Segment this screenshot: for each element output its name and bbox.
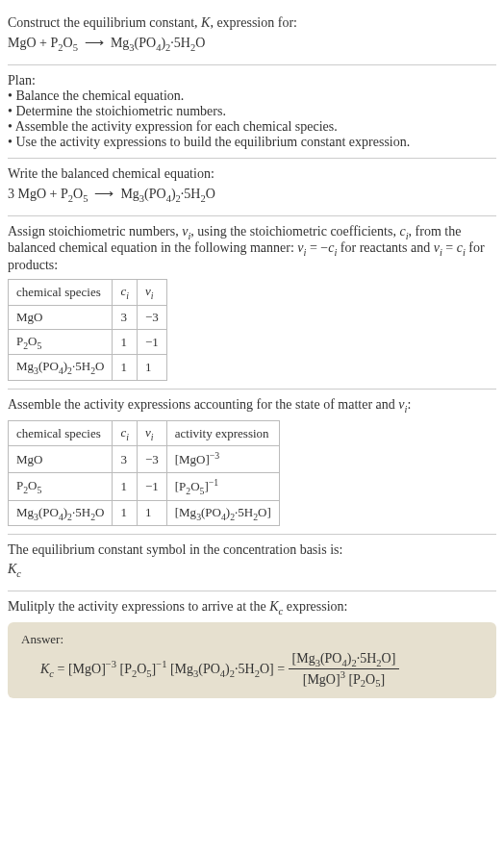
cell: 3 bbox=[113, 446, 138, 472]
activity-table: chemical species ci νi activity expressi… bbox=[8, 420, 280, 526]
table-row: MgO 3 −3 bbox=[9, 305, 167, 329]
cell: −1 bbox=[137, 472, 166, 500]
cell: MgO bbox=[9, 446, 113, 472]
table-header-row: chemical species ci νi bbox=[9, 280, 167, 306]
table-row: P2O5 1 −1 bbox=[9, 329, 167, 355]
balanced-title: Write the balanced chemical equation: bbox=[8, 166, 496, 182]
plan-item: • Use the activity expressions to build … bbox=[8, 135, 496, 150]
cell: 3 bbox=[113, 305, 138, 329]
assign-section: Assign stoichiometric numbers, νi, using… bbox=[8, 216, 496, 390]
col-header: ci bbox=[113, 280, 138, 306]
cell: [Mg3(PO4)2·5H2O] bbox=[166, 500, 279, 526]
col-header: chemical species bbox=[9, 280, 113, 306]
activity-text: Assemble the activity expressions accoun… bbox=[8, 397, 496, 415]
plan-section: Plan: • Balance the chemical equation. •… bbox=[8, 65, 496, 159]
cell: 1 bbox=[113, 500, 138, 526]
col-header: νi bbox=[137, 280, 166, 306]
table-header-row: chemical species ci νi activity expressi… bbox=[9, 420, 280, 446]
cell: 1 bbox=[137, 500, 166, 526]
cell: Mg3(PO4)2·5H2O bbox=[9, 355, 113, 381]
col-header: activity expression bbox=[166, 420, 279, 446]
multiply-section: Mulitply the activity expressions to arr… bbox=[8, 591, 496, 706]
plan-item: • Assemble the activity expression for e… bbox=[8, 119, 496, 135]
plan-item: • Determine the stoichiometric numbers. bbox=[8, 104, 496, 119]
cell: P2O5 bbox=[9, 472, 113, 500]
header-section: Construct the equilibrium constant, K, e… bbox=[8, 8, 496, 65]
answer-fraction: [Mg3(PO4)2·5H2O] [MgO]3 [P2O5] bbox=[289, 651, 400, 689]
activity-section: Assemble the activity expressions accoun… bbox=[8, 390, 496, 535]
cell: −1 bbox=[137, 329, 166, 355]
col-header: νi bbox=[137, 420, 166, 446]
table-row: Mg3(PO4)2·5H2O 1 1 [Mg3(PO4)2·5H2O] bbox=[9, 500, 280, 526]
answer-lhs: Kc = [MgO]−3 [P2O5]−1 [Mg3(PO4)2·5H2O] = bbox=[40, 662, 289, 676]
cell: 1 bbox=[137, 355, 166, 381]
table-row: MgO 3 −3 [MgO]−3 bbox=[9, 446, 280, 472]
cell: −3 bbox=[137, 446, 166, 472]
balanced-section: Write the balanced chemical equation: 3 … bbox=[8, 159, 496, 216]
assign-text: Assign stoichiometric numbers, νi, using… bbox=[8, 224, 496, 274]
plan-title: Plan: bbox=[8, 73, 496, 88]
answer-denominator: [MgO]3 [P2O5] bbox=[289, 669, 400, 689]
header-line1: Construct the equilibrium constant, K, e… bbox=[8, 15, 496, 31]
answer-label: Answer: bbox=[21, 632, 483, 647]
header-equation: MgO + P2O5 ⟶ Mg3(PO4)2·5H2O bbox=[8, 35, 496, 53]
multiply-text: Mulitply the activity expressions to arr… bbox=[8, 599, 496, 616]
cell: [P2O5]−1 bbox=[166, 472, 279, 500]
col-header: ci bbox=[113, 420, 138, 446]
basis-symbol: Kc bbox=[8, 562, 496, 579]
cell: 1 bbox=[113, 355, 138, 381]
answer-expression: Kc = [MgO]−3 [P2O5]−1 [Mg3(PO4)2·5H2O] =… bbox=[21, 651, 483, 689]
basis-text: The equilibrium constant symbol in the c… bbox=[8, 542, 496, 558]
col-header: chemical species bbox=[9, 420, 113, 446]
answer-numerator: [Mg3(PO4)2·5H2O] bbox=[289, 651, 400, 669]
cell: 1 bbox=[113, 472, 138, 500]
cell: Mg3(PO4)2·5H2O bbox=[9, 500, 113, 526]
table-row: Mg3(PO4)2·5H2O 1 1 bbox=[9, 355, 167, 381]
basis-section: The equilibrium constant symbol in the c… bbox=[8, 535, 496, 591]
answer-box: Answer: Kc = [MgO]−3 [P2O5]−1 [Mg3(PO4)2… bbox=[8, 622, 496, 698]
cell: 1 bbox=[113, 329, 138, 355]
assign-table: chemical species ci νi MgO 3 −3 P2O5 1 −… bbox=[8, 279, 167, 381]
table-row: P2O5 1 −1 [P2O5]−1 bbox=[9, 472, 280, 500]
cell: −3 bbox=[137, 305, 166, 329]
cell: [MgO]−3 bbox=[166, 446, 279, 472]
plan-item: • Balance the chemical equation. bbox=[8, 88, 496, 104]
cell: MgO bbox=[9, 305, 113, 329]
cell: P2O5 bbox=[9, 329, 113, 355]
balanced-equation: 3 MgO + P2O5 ⟶ Mg3(PO4)2·5H2O bbox=[8, 186, 496, 204]
